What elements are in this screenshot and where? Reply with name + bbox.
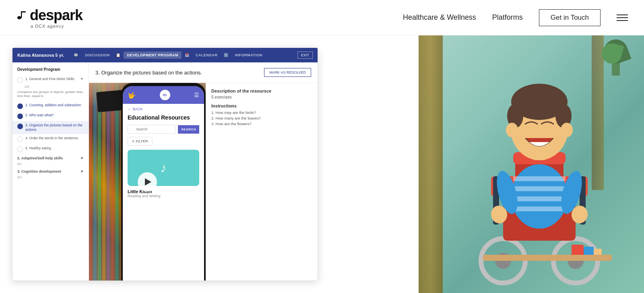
sidebar-progress-cognitive: 0/1 bbox=[12, 175, 89, 181]
sidebar-label-healthy-eating: 5. Healthy eating bbox=[25, 146, 51, 151]
app-main-area: 3. Organize the pictures based on the ac… bbox=[89, 62, 318, 281]
sidebar-item-motor-skills[interactable]: 1. General and Fine Motor Skills ▼ bbox=[12, 75, 89, 85]
task-exercises: 5 exercises bbox=[211, 95, 312, 99]
phone-brand-icon: 🤟 bbox=[128, 91, 136, 99]
music-note-icon: ♪ bbox=[160, 161, 167, 175]
svg-rect-16 bbox=[513, 186, 566, 191]
filter-label: FILTER bbox=[136, 139, 148, 143]
back-label: BACK bbox=[133, 107, 143, 111]
sidebar-item-organize[interactable]: 3. Organize the pictures based on the ac… bbox=[12, 121, 89, 134]
app-sidebar: Development Program 1. General and Fine … bbox=[12, 62, 89, 281]
instruction-1: 1. How may are the birds? bbox=[211, 110, 312, 115]
phone-overlay: 🤟 IG ☰ ← BACK bbox=[121, 83, 206, 281]
sidebar-section-cognitive-label: 3. Cognitive development bbox=[17, 169, 61, 173]
sidebar-section-adaptive-label: 2. Adaptive/Self-help skills bbox=[17, 156, 63, 160]
phone-hamburger-icon[interactable]: ☰ bbox=[194, 92, 199, 98]
phone-search-wrap: 🔍 bbox=[128, 125, 175, 134]
svg-point-0 bbox=[17, 16, 21, 19]
task-content: 🤟 IG ☰ ← BACK bbox=[89, 83, 318, 281]
svg-rect-18 bbox=[513, 206, 566, 211]
sidebar-label-organize: 3. Organize the pictures based on the ac… bbox=[25, 123, 84, 132]
child-figure-svg bbox=[451, 35, 612, 293]
logo[interactable]: despark bbox=[16, 7, 83, 24]
svg-point-25 bbox=[561, 123, 573, 137]
mark-resolved-button[interactable]: MARK AS RESOLVED bbox=[264, 68, 311, 77]
phone-filter-button[interactable]: ≡ FILTER bbox=[128, 137, 153, 146]
tab-calendar-label: CALENDAR bbox=[196, 53, 218, 57]
task-photo-area: 🤟 IG ☰ ← BACK bbox=[89, 83, 206, 281]
despark-logo-icon bbox=[16, 10, 27, 21]
get-in-touch-button[interactable]: Get in Touch bbox=[539, 9, 601, 26]
app-tab-information[interactable]: INFORMATION bbox=[231, 52, 265, 59]
hamburger-line-1 bbox=[617, 14, 628, 15]
sidebar-item-order-words[interactable]: 4. Order the words in the sentence. bbox=[12, 134, 89, 144]
phone-search-button[interactable]: SEARCH bbox=[178, 125, 199, 134]
nav-healthcare-wellness[interactable]: Healthcare & Wellness bbox=[403, 13, 476, 22]
play-icon bbox=[145, 178, 151, 186]
hamburger-line-2 bbox=[617, 17, 628, 18]
sidebar-label-counting: 1. Counting, addition and subtraction bbox=[25, 103, 81, 107]
main-content: Kalina Atanasova 5 yr. 💬 DISCUSSION 📋 DE… bbox=[0, 35, 644, 293]
instructions-label: Instructions bbox=[211, 103, 312, 108]
app-tab-calendar[interactable]: CALENDAR bbox=[192, 52, 221, 59]
phone-search-row: 🔍 SEARCH bbox=[123, 125, 204, 137]
exit-button[interactable]: EXIT bbox=[297, 52, 313, 59]
svg-rect-17 bbox=[513, 196, 566, 201]
right-panel bbox=[419, 35, 644, 293]
svg-rect-33 bbox=[483, 255, 612, 261]
phone-avatar: IG bbox=[160, 90, 170, 100]
sidebar-label-who-eats: 2. Who eats what? bbox=[25, 113, 54, 118]
child-photo bbox=[419, 35, 644, 293]
sidebar-section-cognitive-expand: ▼ bbox=[80, 169, 84, 173]
logo-text: despark bbox=[30, 7, 83, 24]
sidebar-progress-motor: 2/5 bbox=[12, 85, 89, 90]
app-screenshot: Kalina Atanasova 5 yr. 💬 DISCUSSION 📋 DE… bbox=[12, 47, 318, 281]
nav-platforms[interactable]: Platforms bbox=[492, 13, 523, 22]
svg-rect-2 bbox=[21, 11, 26, 12]
sidebar-dot-empty-3 bbox=[17, 146, 23, 152]
sidebar-dot-empty bbox=[17, 77, 23, 83]
hamburger-line-3 bbox=[617, 20, 628, 21]
sidebar-expand-icon: ▼ bbox=[80, 77, 84, 81]
phone-section-title: Educational Resources bbox=[123, 113, 204, 125]
task-title: 3. Organize the pictures based on the ac… bbox=[95, 70, 202, 76]
app-tab-development-program[interactable]: DEVELOPMENT PROGRAM bbox=[124, 52, 182, 59]
sidebar-item-counting[interactable]: 1. Counting, addition and subtraction bbox=[12, 101, 89, 111]
instruction-2: 2. How many are the leaves? bbox=[211, 116, 312, 120]
sidebar-item-healthy-eating[interactable]: 5. Healthy eating bbox=[12, 144, 89, 154]
sidebar-section-adaptive[interactable]: 2. Adaptive/Self-help skills ▼ bbox=[12, 154, 89, 162]
app-body: Development Program 1. General and Fine … bbox=[12, 62, 318, 281]
header: despark a DCX agency Healthcare & Wellne… bbox=[0, 0, 644, 35]
devprogram-icon: 📋 bbox=[116, 53, 120, 57]
phone-search-input[interactable] bbox=[128, 125, 175, 134]
sidebar-dot-empty-2 bbox=[17, 136, 23, 142]
hamburger-menu-button[interactable] bbox=[617, 14, 628, 21]
tab-devprogram-label: DEVELOPMENT PROGRAM bbox=[127, 53, 178, 57]
phone-back-button[interactable]: ← BACK bbox=[123, 104, 204, 113]
app-user-name: Kalina Atanasova 5 yr. bbox=[17, 53, 64, 58]
svg-rect-15 bbox=[513, 176, 566, 181]
sidebar-section-cognitive[interactable]: 3. Cognitive development ▼ bbox=[12, 167, 89, 175]
app-header-bar: Kalina Atanasova 5 yr. 💬 DISCUSSION 📋 DE… bbox=[12, 48, 318, 62]
task-header: 3. Organize the pictures based on the ac… bbox=[89, 62, 318, 83]
sidebar-section-adaptive-expand: ▼ bbox=[80, 156, 84, 160]
tab-information-label: INFORMATION bbox=[235, 53, 262, 57]
phone-card-title: Little Kitten bbox=[128, 189, 199, 194]
sidebar-title: Development Program bbox=[12, 67, 89, 75]
tab-discussion-label: DISCUSSION bbox=[85, 53, 109, 57]
back-arrow-icon: ← bbox=[128, 107, 131, 111]
app-tab-discussion[interactable]: DISCUSSION bbox=[82, 52, 113, 59]
instruction-3: 3. How are the flowers? bbox=[211, 122, 312, 126]
left-panel: Kalina Atanasova 5 yr. 💬 DISCUSSION 📋 DE… bbox=[0, 35, 419, 293]
phone-card-info: Little Kitten Reading and Writing bbox=[123, 186, 204, 200]
phone-screen: 🤟 IG ☰ ← BACK bbox=[123, 86, 204, 281]
svg-point-24 bbox=[506, 123, 518, 137]
task-right-panel: Description of the resoursce 5 exercises… bbox=[206, 83, 318, 281]
logo-area: despark a DCX agency bbox=[16, 7, 83, 29]
play-button[interactable] bbox=[138, 172, 157, 192]
phone-card-subtitle: Reading and Writing bbox=[128, 194, 199, 198]
sidebar-progress-adaptive: 0/1 bbox=[12, 162, 89, 167]
phone-top-bar: 🤟 IG ☰ bbox=[123, 86, 204, 104]
discussion-icon: 💬 bbox=[74, 53, 78, 57]
sidebar-item-who-eats[interactable]: 2. Who eats what? bbox=[12, 111, 89, 121]
